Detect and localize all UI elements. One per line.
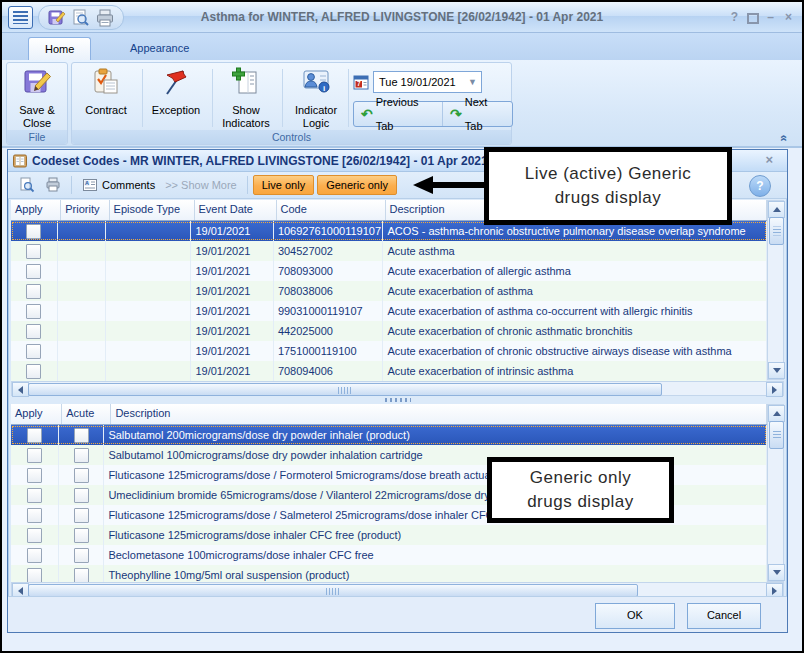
indicator-logic-button[interactable]: i Indicator Logic [284,66,348,130]
codes-vscrollbar[interactable] [767,200,784,380]
print-preview-icon[interactable] [71,8,91,28]
column-header-priority[interactable]: Priority [61,200,109,220]
cancel-button[interactable]: Cancel [687,603,761,629]
codeset-help-button[interactable]: ? [749,175,771,197]
cell-event-date: 19/01/2021 [191,341,273,361]
window-title: Asthma for WINTER, ALFRED LIVINGSTONE [2… [142,10,662,24]
drugs-table-header: ApplyAcuteDescription [11,404,767,425]
previous-tab-button[interactable]: ↶ Previous Tab [354,102,442,126]
column-header-event-date[interactable]: Event Date [195,200,277,220]
apply-checkbox[interactable] [26,364,41,379]
printer-icon[interactable] [45,177,61,193]
column-header-acute[interactable]: Acute [62,404,111,424]
minimize-window-button[interactable]: – [762,9,779,26]
table-row[interactable]: Salbutamol 200micrograms/dose dry powder… [11,425,767,445]
annotation-line: drugs display [555,186,662,210]
cell-priority [58,261,107,281]
codes-table: ApplyPriorityEpisode TypeEvent DateCodeD… [11,200,767,381]
table-row[interactable]: 19/01/202199031000119107Acute exacerbati… [11,301,767,321]
drugs-vscrollbar[interactable] [767,404,784,582]
codeset-window-title: Codeset Codes - MR WINTER, ALFRED LIVING… [32,154,488,168]
column-header-apply[interactable]: Apply [11,404,62,424]
cell-description: Acute asthma [383,241,767,261]
pane-splitter[interactable] [8,396,787,404]
column-header-apply[interactable]: Apply [11,200,61,220]
live-only-toggle[interactable]: Live only [253,175,314,195]
app-menu-button[interactable] [8,6,33,29]
cell-episode-type [106,241,191,261]
acute-checkbox[interactable] [74,508,89,523]
apply-checkbox[interactable] [26,224,41,239]
cell-episode-type [106,341,191,361]
cell-code: 708038006 [274,281,384,301]
apply-checkbox[interactable] [27,528,42,543]
restore-window-button[interactable] [744,9,761,26]
codeset-close-button[interactable]: × [765,152,773,167]
apply-checkbox[interactable] [27,428,42,443]
save-edit-icon[interactable] [47,8,67,28]
cell-episode-type [106,261,191,281]
show-indicators-button[interactable]: Show Indicators [214,66,278,130]
contract-button[interactable]: Contract [74,66,138,117]
apply-checkbox[interactable] [26,284,41,299]
svg-text:7: 7 [357,80,361,87]
close-window-button[interactable]: × [780,9,797,26]
drugs-hscrollbar[interactable] [11,582,784,597]
apply-checkbox[interactable] [26,244,41,259]
ok-button[interactable]: OK [595,603,675,629]
table-row[interactable]: 19/01/2021442025000Acute exacerbation of… [11,321,767,341]
apply-checkbox[interactable] [27,568,42,583]
table-row[interactable]: Fluticasone 125micrograms/dose inhaler C… [11,525,767,545]
table-row[interactable]: Beclometasone 100micrograms/dose inhaler… [11,545,767,565]
next-tab-button[interactable]: ↷ Next Tab [442,102,512,126]
column-header-description[interactable]: Description [111,404,767,424]
cell-episode-type [106,321,191,341]
acute-checkbox[interactable] [74,528,89,543]
ribbon-tab-row: Home Appearance [2,33,802,60]
comments-button[interactable]: A Comments [77,175,160,195]
apply-checkbox[interactable] [26,264,41,279]
show-more-button[interactable]: >> Show More [160,177,242,193]
acute-checkbox[interactable] [74,448,89,463]
ribbon-collapse-icon[interactable]: « [776,130,792,146]
acute-checkbox[interactable] [74,488,89,503]
acute-checkbox[interactable] [74,568,89,583]
column-header-code[interactable]: Code [277,200,386,220]
preview-icon[interactable] [19,177,35,193]
generic-only-toggle[interactable]: Generic only [317,175,397,195]
apply-checkbox[interactable] [26,324,41,339]
apply-checkbox[interactable] [26,344,41,359]
annotation-arrow-line [432,182,485,188]
acute-checkbox[interactable] [74,548,89,563]
table-row[interactable]: 19/01/2021304527002Acute asthma [11,241,767,261]
apply-checkbox[interactable] [26,304,41,319]
tab-nav-buttons: ↶ Previous Tab ↷ Next Tab [353,101,513,127]
table-row[interactable]: 19/01/20211751000119100Acute exacerbatio… [11,341,767,361]
apply-checkbox[interactable] [27,548,42,563]
column-header-episode-type[interactable]: Episode Type [110,200,195,220]
help-window-button[interactable]: ? [726,9,743,26]
save-close-button[interactable]: Save & Close [6,66,68,130]
apply-checkbox[interactable] [27,488,42,503]
tab-appearance[interactable]: Appearance [114,37,205,60]
cell-code: 442025000 [274,321,384,341]
main-titlebar: Asthma for WINTER, ALFRED LIVINGSTONE [2… [2,2,802,33]
table-row[interactable]: 19/01/2021708093000Acute exacerbation of… [11,261,767,281]
apply-checkbox[interactable] [27,468,42,483]
table-row[interactable]: 19/01/2021708038006Acute exacerbation of… [11,281,767,301]
date-dropdown-arrow[interactable]: ▼ [468,72,477,92]
annotation-line: Live (active) Generic [525,162,691,186]
cell-priority [58,321,107,341]
apply-checkbox[interactable] [27,508,42,523]
acute-checkbox[interactable] [74,428,89,443]
apply-checkbox[interactable] [27,448,42,463]
cell-episode-type [106,221,191,241]
acute-checkbox[interactable] [74,468,89,483]
cell-event-date: 19/01/2021 [191,261,273,281]
tab-home[interactable]: Home [28,37,91,60]
calendar-icon: 7 [353,74,369,90]
table-row[interactable]: 19/01/2021708094006Acute exacerbation of… [11,361,767,381]
print-icon[interactable] [95,8,115,28]
codes-hscrollbar[interactable] [11,381,784,396]
exception-button[interactable]: Exception [144,66,208,117]
